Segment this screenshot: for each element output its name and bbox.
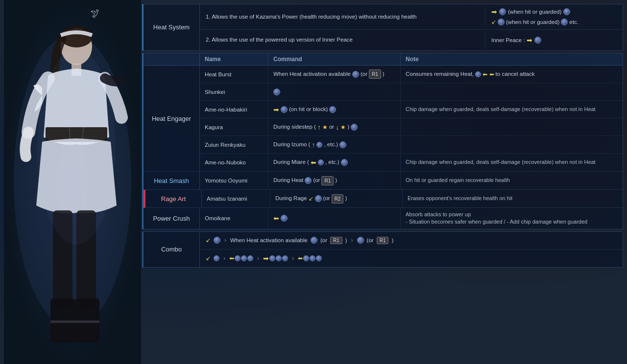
move-name: Amatsu Izanami: [202, 190, 270, 207]
table-row: Ame-no-Habakiri ➡ (on hit or block) Chip…: [200, 101, 623, 118]
header-spacer: [144, 53, 200, 65]
heat-smash-label: Heat Smash: [144, 172, 200, 189]
heat-system-desc-1: 1. Allows the use of Kazama's Power (hea…: [200, 9, 485, 25]
table-row: Heat Burst When Heat activation availabl…: [200, 66, 623, 83]
header-note: Note: [401, 53, 623, 65]
heat-engager-rows: Heat Burst When Heat activation availabl…: [200, 66, 623, 171]
move-command: During sidestep ( ↑ ★ or ↓ ★ ): [268, 118, 401, 136]
move-name: Shunkei: [200, 83, 268, 100]
move-name: Heat Burst: [200, 66, 268, 83]
power-crush-group: Power Crush Omoikane ⬅ Absorb attacks to…: [144, 208, 623, 229]
move-command: During Rage ↙ (or R2 ): [270, 190, 403, 207]
move-note: On hit or guarded regain recoverable hea…: [401, 172, 623, 189]
move-command: ⬅: [268, 208, 401, 229]
table-row: Ame-no-Nuboko During Miare ( ⬅ , etc.) C…: [200, 154, 623, 171]
heat-system-cmd-1: ➡ (when hit or guarded) ↙ (when hit or g…: [485, 4, 623, 29]
table-row: Kagura During sidestep ( ↑ ★ or ↓ ★ ): [200, 118, 623, 136]
heat-smash-rows: Yomotsu Ooyumi During Heat (or R1 ) On h…: [200, 172, 623, 189]
heat-system-label: Heat System: [144, 4, 200, 50]
table-row: Amatsu Izanami During Rage ↙ (or R2 ) Er…: [202, 190, 623, 207]
power-crush-label: Power Crush: [144, 208, 200, 229]
combo-label: Combo: [144, 232, 200, 267]
heat-engager-label: Heat Engager: [144, 66, 200, 171]
move-name: Omoikane: [200, 208, 268, 229]
moves-table: Name Command Note Heat Engager Heat Burs…: [142, 53, 623, 229]
move-command: During Heat (or R1 ): [268, 172, 401, 189]
move-name: Kagura: [200, 118, 268, 136]
move-command: During Izumo ( ↑ , etc.): [268, 136, 401, 153]
combo-content: ↙ › When Heat activation available (or R…: [200, 232, 623, 267]
combo-row-1: ↙ › When Heat activation available (or R…: [200, 232, 623, 250]
svg-rect-12: [75, 320, 99, 323]
heat-system-cmd-2: Inner Peace : ➡: [485, 33, 623, 47]
move-note: [401, 83, 623, 100]
heat-system-content: 1. Allows the use of Kazama's Power (hea…: [200, 4, 623, 50]
main-content: Heat System 1. Allows the use of Kazama'…: [142, 4, 623, 360]
heat-system-row-1: 1. Allows the use of Kazama's Power (hea…: [200, 4, 623, 30]
heat-system-desc-2: 2. Allows the use of the powered up vers…: [200, 32, 485, 48]
header-command: Command: [268, 53, 401, 65]
header-name: Name: [200, 53, 268, 65]
move-name: Yomotsu Ooyumi: [200, 172, 268, 189]
combo-row-2: ↙ › ⬅ › ➡ › ⬅: [200, 250, 623, 267]
move-command: [268, 83, 401, 100]
table-row: Zuiun Renkyaku During Izumo ( ↑ , etc.): [200, 136, 623, 154]
svg-point-13: [37, 49, 116, 245]
svg-rect-11: [50, 320, 75, 323]
move-name: Ame-no-Habakiri: [200, 101, 268, 118]
heat-engager-group: Heat Engager Heat Burst When Heat activa…: [144, 66, 623, 172]
move-note: [401, 136, 623, 153]
power-crush-rows: Omoikane ⬅ Absorb attacks to power up - …: [200, 208, 623, 229]
heat-smash-group: Heat Smash Yomotsu Ooyumi During Heat (o…: [144, 172, 623, 190]
move-command: During Miare ( ⬅ , etc.): [268, 154, 401, 171]
heat-system-row-2: 2. Allows the use of the powered up vers…: [200, 30, 623, 50]
move-note: Chip damage when guarded, deals self-dam…: [401, 101, 623, 118]
combo-section: Combo ↙ › When Heat activation available…: [142, 231, 623, 268]
table-row: Omoikane ⬅ Absorb attacks to power up - …: [200, 208, 623, 229]
move-note: Absorb attacks to power up - Situation b…: [401, 208, 623, 229]
move-command: When Heat activation available (or R1 ): [268, 66, 401, 83]
rage-art-group: Rage Art Amatsu Izanami During Rage ↙ (o…: [144, 190, 623, 208]
move-note: [401, 118, 623, 136]
character-svg: 🕊: [4, 0, 141, 364]
move-name: Ame-no-Nuboko: [200, 154, 268, 171]
table-row: Shunkei: [200, 83, 623, 101]
heat-system-section: Heat System 1. Allows the use of Kazama'…: [142, 4, 623, 51]
table-row: Yomotsu Ooyumi During Heat (or R1 ) On h…: [200, 172, 623, 189]
rage-art-label: Rage Art: [145, 190, 202, 207]
move-note: Erases opponent's recoverable health on …: [403, 190, 623, 207]
table-header: Name Command Note: [144, 53, 623, 66]
rage-art-rows: Amatsu Izanami During Rage ↙ (or R2 ) Er…: [202, 190, 623, 207]
move-note: Chip damage when guarded, deals self-dam…: [401, 154, 623, 171]
move-note: Consumes remaining Heat, ⬅ ⬅ to cancel a…: [401, 66, 623, 83]
header-cells: Name Command Note: [200, 53, 623, 65]
character-panel: 🕊: [2, 0, 142, 364]
move-command: ➡ (on hit or block): [268, 101, 401, 118]
move-name: Zuiun Renkyaku: [200, 136, 268, 153]
